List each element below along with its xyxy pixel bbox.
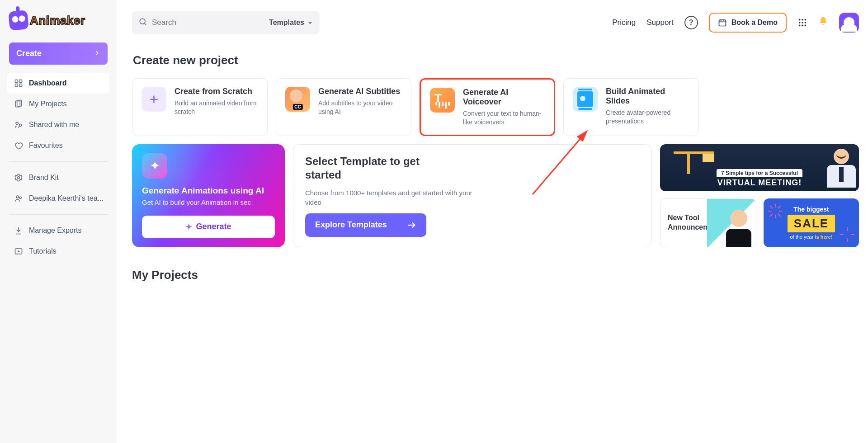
sidebar-item-dashboard[interactable]: Dashboard xyxy=(7,73,109,94)
sidebar-item-projects[interactable]: My Projects xyxy=(7,94,109,114)
support-link[interactable]: Support xyxy=(646,18,674,27)
burst-icon xyxy=(838,226,856,244)
sidebar-item-label: My Projects xyxy=(29,100,67,108)
main: Templates Pricing Support ? Book a Demo … xyxy=(117,0,868,443)
sale-main-text: SALE xyxy=(788,215,835,232)
svg-point-10 xyxy=(19,197,21,198)
create-button[interactable]: Create xyxy=(9,42,108,65)
header: Templates Pricing Support ? Book a Demo xyxy=(132,11,859,34)
calendar-icon xyxy=(718,18,727,27)
sale-top-text: The biggest xyxy=(793,206,829,213)
burst-icon xyxy=(766,202,784,220)
svg-rect-15 xyxy=(719,20,726,26)
svg-line-14 xyxy=(145,24,146,25)
svg-rect-0 xyxy=(15,80,18,83)
export-icon xyxy=(14,226,24,236)
ai-panel-title: Generate Animations using AI xyxy=(142,186,275,196)
promo-big-text: VIRTUAL MEETING! xyxy=(717,178,802,188)
person-icon xyxy=(844,17,854,28)
sidebar-separator xyxy=(9,161,108,162)
card-ai-subtitles[interactable]: CC Generate AI Subtitles Add subtitles t… xyxy=(276,78,411,136)
create-section-title: Create new project xyxy=(133,53,859,67)
ai-panel-subtitle: Get AI to build your Animation in sec xyxy=(142,198,275,206)
share-icon xyxy=(14,120,24,130)
sidebar-item-brandkit[interactable]: Brand Kit xyxy=(7,167,109,188)
secondary-panels: ✦ Generate Animations using AI Get AI to… xyxy=(132,144,859,247)
logo-icon xyxy=(8,10,29,31)
search-input[interactable] xyxy=(152,18,269,27)
woman-illustration xyxy=(726,210,751,247)
promo-column: 7 Simple tips for a Successful VIRTUAL M… xyxy=(660,144,859,247)
man-illustration xyxy=(821,149,859,191)
search-bar[interactable]: Templates xyxy=(132,11,320,34)
subtitles-icon: CC xyxy=(285,87,310,112)
svg-point-20 xyxy=(802,19,803,21)
sidebar-item-label: Deepika Keerthi's tea... xyxy=(29,194,104,203)
logo-text: Animaker xyxy=(30,14,85,28)
template-panel: Select Template to get started Choose fr… xyxy=(293,144,652,247)
svg-line-34 xyxy=(778,214,781,217)
notifications-icon[interactable] xyxy=(818,16,828,29)
sidebar-item-label: Shared with me xyxy=(29,121,79,129)
template-panel-title: Select Template to get started xyxy=(305,155,423,182)
sale-bottom-text: of the year is here! xyxy=(790,234,832,240)
svg-point-22 xyxy=(799,22,801,24)
explore-button-label: Explore Templates xyxy=(315,220,387,230)
explore-templates-button[interactable]: Explore Templates xyxy=(305,213,426,237)
sidebar-item-label: Manage Exports xyxy=(29,226,82,235)
svg-line-36 xyxy=(770,214,773,217)
promo-sale[interactable]: The biggest SALE of the year is here! xyxy=(764,198,859,247)
sidebar-item-label: Brand Kit xyxy=(29,174,59,182)
search-icon xyxy=(138,17,147,28)
sidebar-item-favourites[interactable]: Favourites xyxy=(7,135,109,156)
promo-virtual-meeting[interactable]: 7 Simple tips for a Successful VIRTUAL M… xyxy=(660,144,859,191)
chevron-down-icon xyxy=(307,19,313,26)
my-projects-title: My Projects xyxy=(132,268,859,282)
profile-avatar[interactable] xyxy=(839,13,859,33)
slides-icon xyxy=(573,87,598,112)
svg-point-6 xyxy=(16,122,18,124)
svg-rect-1 xyxy=(19,80,22,83)
pricing-link[interactable]: Pricing xyxy=(612,18,636,27)
sidebar: Animaker Create Dashboard My Projects Sh… xyxy=(0,0,117,443)
search-templates-filter[interactable]: Templates xyxy=(269,19,313,27)
sidebar-group-tertiary: Manage Exports Tutorials xyxy=(6,220,110,262)
sidebar-item-label: Favourites xyxy=(29,141,63,150)
apps-grid-icon[interactable] xyxy=(797,18,807,28)
svg-rect-3 xyxy=(19,84,22,87)
promo-small-text: 7 Simple tips for a Successful xyxy=(717,169,802,177)
svg-point-21 xyxy=(805,19,807,21)
svg-point-19 xyxy=(799,19,801,21)
svg-line-35 xyxy=(778,206,781,208)
sidebar-item-exports[interactable]: Manage Exports xyxy=(7,220,109,241)
card-ai-voiceover[interactable]: T Generate AI Voiceover Convert your tex… xyxy=(420,78,555,136)
svg-point-9 xyxy=(16,196,19,198)
svg-point-8 xyxy=(18,177,20,179)
sidebar-item-label: Dashboard xyxy=(29,79,67,87)
chevron-right-icon xyxy=(94,50,100,58)
sidebar-item-team[interactable]: Deepika Keerthi's tea... xyxy=(7,188,109,209)
gear-icon xyxy=(14,173,24,183)
logo[interactable]: Animaker xyxy=(6,8,110,40)
sidebar-item-shared[interactable]: Shared with me xyxy=(7,114,109,135)
card-title: Generate AI Voiceover xyxy=(463,88,545,107)
sidebar-item-tutorials[interactable]: Tutorials xyxy=(7,241,109,262)
crane-illustration xyxy=(669,147,719,174)
help-button[interactable]: ? xyxy=(684,16,698,29)
generate-button-label: Generate xyxy=(196,222,231,231)
templates-label: Templates xyxy=(269,19,304,27)
dashboard-icon xyxy=(14,78,24,88)
svg-point-23 xyxy=(802,22,803,24)
sidebar-group-primary: Dashboard My Projects Shared with me Fav… xyxy=(6,73,110,156)
card-animated-slides[interactable]: Build Animated Slides Create avatar-powe… xyxy=(563,78,699,136)
card-desc: Build an animated video from scratch xyxy=(175,99,258,116)
card-title: Generate AI Subtitles xyxy=(318,87,402,96)
card-create-scratch[interactable]: + Create from Scratch Build an animated … xyxy=(132,78,268,136)
book-demo-button[interactable]: Book a Demo xyxy=(709,13,787,33)
svg-point-24 xyxy=(805,22,807,24)
svg-point-26 xyxy=(802,25,803,27)
svg-rect-2 xyxy=(15,84,18,87)
promo-new-tool[interactable]: New Tool Announcement xyxy=(660,198,756,247)
generate-button[interactable]: ✦ Generate xyxy=(142,216,275,238)
files-icon xyxy=(14,99,24,109)
